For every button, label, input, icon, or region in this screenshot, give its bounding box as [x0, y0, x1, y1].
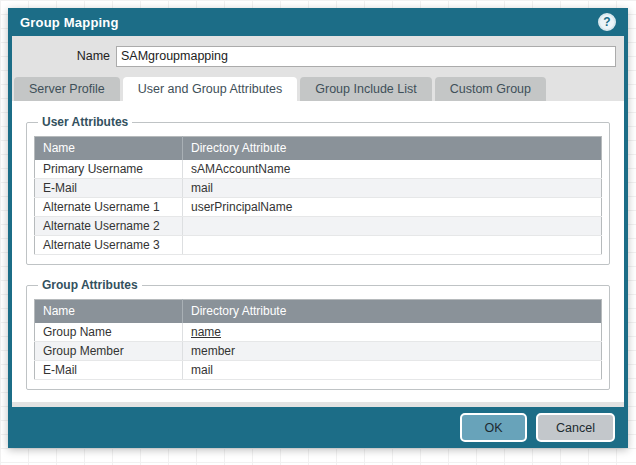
name-row: Name: [12, 36, 624, 67]
table-row[interactable]: Group Namename: [35, 323, 602, 342]
table-header-row: NameDirectory Attribute: [35, 137, 602, 160]
directory-attribute-cell[interactable]: mail: [183, 361, 602, 380]
table-row[interactable]: E-Mailmail: [35, 361, 602, 380]
dialog-footer: OK Cancel: [8, 407, 628, 448]
attribute-name-cell[interactable]: Alternate Username 1: [35, 198, 183, 217]
group-mapping-dialog: Group Mapping ? Name Server ProfileUser …: [8, 8, 628, 448]
tab-server-profile[interactable]: Server Profile: [14, 77, 120, 101]
dialog-body: Name Server ProfileUser and Group Attrib…: [12, 36, 624, 407]
attribute-name-cell[interactable]: Alternate Username 2: [35, 217, 183, 236]
user-attributes-table: NameDirectory AttributePrimary Usernames…: [34, 136, 602, 255]
group-attributes-table: NameDirectory AttributeGroup NamenameGro…: [34, 299, 602, 380]
attribute-name-cell[interactable]: E-Mail: [35, 361, 183, 380]
dialog-titlebar: Group Mapping ?: [8, 8, 628, 36]
name-label: Name: [12, 49, 116, 63]
directory-attribute-cell[interactable]: member: [183, 342, 602, 361]
directory-attribute-cell[interactable]: [183, 236, 602, 255]
tab-panel: User Attributes NameDirectory AttributeP…: [12, 101, 624, 402]
column-header: Name: [35, 300, 183, 323]
attribute-name-cell[interactable]: Alternate Username 3: [35, 236, 183, 255]
tab-bar: Server ProfileUser and Group AttributesG…: [12, 77, 624, 101]
table-header-row: NameDirectory Attribute: [35, 300, 602, 323]
table-row[interactable]: E-Mailmail: [35, 179, 602, 198]
directory-attribute-cell[interactable]: userPrincipalName: [183, 198, 602, 217]
name-input[interactable]: [116, 46, 616, 67]
column-header: Name: [35, 137, 183, 160]
help-icon[interactable]: ?: [598, 13, 616, 31]
attribute-name-cell[interactable]: Group Name: [35, 323, 183, 342]
user-attributes-fieldset: User Attributes NameDirectory AttributeP…: [26, 115, 610, 265]
table-row[interactable]: Alternate Username 2: [35, 217, 602, 236]
table-row[interactable]: Primary UsernamesAMAccountName: [35, 160, 602, 179]
attribute-name-cell[interactable]: Primary Username: [35, 160, 183, 179]
directory-attribute-cell[interactable]: [183, 217, 602, 236]
directory-attribute-cell[interactable]: name: [183, 323, 602, 342]
column-header: Directory Attribute: [183, 137, 602, 160]
attribute-name-cell[interactable]: Group Member: [35, 342, 183, 361]
tab-custom-group[interactable]: Custom Group: [435, 77, 546, 101]
tab-group-include-list[interactable]: Group Include List: [300, 77, 431, 101]
column-header: Directory Attribute: [183, 300, 602, 323]
directory-attribute-cell[interactable]: mail: [183, 179, 602, 198]
cancel-button[interactable]: Cancel: [536, 413, 615, 442]
table-row[interactable]: Group Membermember: [35, 342, 602, 361]
table-row[interactable]: Alternate Username 3: [35, 236, 602, 255]
group-attributes-legend: Group Attributes: [38, 278, 142, 292]
user-attributes-legend: User Attributes: [38, 115, 132, 129]
tab-user-and-group-attributes[interactable]: User and Group Attributes: [123, 77, 298, 101]
directory-attribute-cell[interactable]: sAMAccountName: [183, 160, 602, 179]
dialog-title: Group Mapping: [20, 15, 598, 30]
group-attributes-fieldset: Group Attributes NameDirectory Attribute…: [26, 278, 610, 390]
table-row[interactable]: Alternate Username 1userPrincipalName: [35, 198, 602, 217]
attribute-name-cell[interactable]: E-Mail: [35, 179, 183, 198]
ok-button[interactable]: OK: [460, 413, 527, 442]
